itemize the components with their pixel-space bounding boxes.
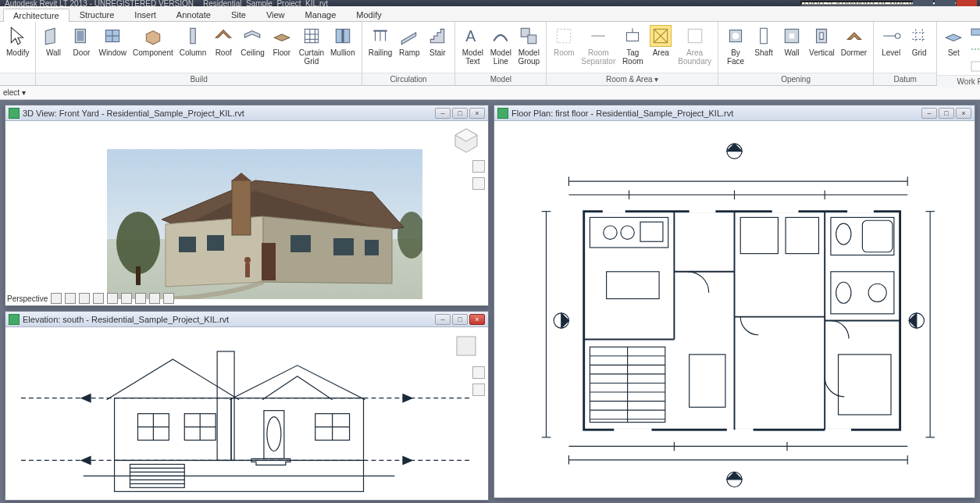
view-icon [9, 314, 20, 325]
tagroom-button[interactable]: Tag Room [618, 23, 647, 67]
maximize-button[interactable]: □ [939, 108, 954, 119]
svg-rect-139 [607, 272, 659, 299]
roof-button[interactable]: Roof [209, 23, 237, 59]
grid-button[interactable]: Grid [905, 23, 933, 59]
lock-icon[interactable] [135, 293, 146, 304]
close-button[interactable]: × [469, 108, 485, 119]
svg-rect-146 [740, 217, 778, 253]
render-icon[interactable] [93, 293, 104, 304]
panel-workplane: Set Show Ref Plane Viewer Work Plane [937, 22, 980, 85]
svg-rect-19 [528, 35, 536, 44]
tab-view[interactable]: View [256, 8, 295, 21]
window-3dview-title: 3D View: Front Yard - Residential_Sample… [23, 109, 432, 118]
minimize-button[interactable] [913, 0, 933, 6]
panel-label-roomarea[interactable]: Room & Area ▾ [547, 73, 718, 85]
canvas-elevation[interactable] [5, 327, 488, 500]
sunpath-icon[interactable] [65, 293, 76, 304]
close-button[interactable]: × [956, 108, 971, 119]
byface-button[interactable]: By Face [722, 23, 750, 67]
column-icon [182, 25, 204, 47]
maximize-button[interactable]: □ [452, 314, 468, 325]
crop-icon[interactable] [107, 293, 118, 304]
wall-button[interactable]: Wall [39, 23, 67, 59]
steering-wheel-button[interactable] [472, 160, 485, 173]
navcube[interactable] [452, 126, 480, 154]
show-button[interactable]: Show [967, 25, 980, 39]
level-button[interactable]: Level [877, 23, 905, 59]
svg-rect-71 [231, 398, 363, 461]
crop-region-icon[interactable] [121, 293, 132, 304]
areabound-button[interactable]: Area Boundary [675, 23, 715, 67]
svg-text:A: A [466, 27, 476, 45]
shaft-button[interactable]: Shaft [750, 23, 778, 59]
window-floorplan-titlebar[interactable]: Floor Plan: first floor - Residential_Sa… [494, 105, 975, 121]
component-button[interactable]: Component [130, 23, 176, 59]
minimize-button[interactable]: – [921, 108, 937, 119]
wall-icon [42, 25, 64, 47]
tab-manage[interactable]: Manage [295, 8, 347, 21]
panel-label-opening: Opening [718, 73, 873, 85]
curtaingrid-button[interactable]: Curtain Grid [296, 23, 327, 67]
minimize-button[interactable]: – [435, 314, 451, 325]
owall-button[interactable]: Wall [778, 23, 806, 59]
svg-rect-72 [217, 351, 234, 461]
tab-site[interactable]: Site [221, 8, 256, 21]
steering-wheel-button[interactable] [472, 366, 485, 379]
canvas-3dview[interactable]: Perspective [5, 121, 488, 305]
tab-structure[interactable]: Structure [69, 8, 125, 21]
tab-annotate[interactable]: Annotate [166, 8, 221, 21]
mullion-button[interactable]: Mullion [327, 23, 358, 59]
roomsep-button[interactable]: Room Separator [578, 23, 618, 67]
pan-button[interactable] [472, 383, 485, 396]
reveal-icon[interactable] [163, 293, 174, 304]
svg-rect-55 [262, 243, 276, 280]
svg-rect-143 [831, 272, 894, 314]
tab-insert[interactable]: Insert [124, 8, 166, 21]
minimize-button[interactable]: – [435, 108, 451, 119]
vertical-icon [811, 25, 832, 47]
modelline-button[interactable]: Model Line [486, 23, 515, 67]
canvas-floorplan[interactable] [494, 121, 975, 498]
window-3dview-titlebar[interactable]: 3D View: Front Yard - Residential_Sample… [5, 105, 488, 121]
room-button[interactable]: Room [550, 23, 578, 59]
visualstyle-icon[interactable] [51, 293, 62, 304]
set-button[interactable]: Set [940, 23, 967, 59]
modeltext-button[interactable]: AModel Text [458, 23, 486, 67]
navcube[interactable] [452, 332, 480, 360]
panel-label-build: Build [36, 73, 361, 85]
tagroom-icon [622, 25, 643, 47]
hide-icon[interactable] [149, 293, 160, 304]
ceiling-button[interactable]: Ceiling [237, 23, 268, 59]
maximize-button[interactable]: □ [452, 108, 468, 119]
window-controls [913, 0, 977, 6]
floor-button[interactable]: Floor [268, 23, 296, 59]
svg-marker-85 [402, 455, 413, 465]
app-title: Autodesk Revit LT 2013 - UNREGISTERED VE… [5, 0, 194, 6]
vertical-button[interactable]: Vertical [806, 23, 838, 59]
maximize-button[interactable] [935, 0, 955, 6]
railing-button[interactable]: Railing [365, 23, 396, 59]
door-button[interactable]: Door [67, 23, 95, 59]
ramp-button[interactable]: Ramp [395, 23, 423, 59]
stair-button[interactable]: Stair [423, 23, 451, 59]
modelgroup-button[interactable]: Model Group [515, 23, 543, 67]
modify-button[interactable]: Modify [3, 23, 32, 59]
tab-architecture[interactable]: Architecture [3, 9, 69, 22]
panel-label-circulation: Circulation [362, 73, 455, 85]
shadow-icon[interactable] [79, 293, 90, 304]
svg-rect-1 [77, 31, 84, 41]
select-dropdown[interactable]: elect ▾ [3, 88, 26, 97]
close-button[interactable]: × [469, 314, 485, 325]
window-elevation: Elevation: south - Residential_Sample_Pr… [5, 311, 489, 501]
window-button[interactable]: Window [95, 23, 130, 59]
close-button[interactable] [957, 0, 977, 6]
tab-modify[interactable]: Modify [346, 8, 391, 21]
viewer-button[interactable]: Viewer [967, 59, 980, 73]
svg-point-136 [604, 226, 617, 239]
window-elevation-titlebar[interactable]: Elevation: south - Residential_Sample_Pr… [5, 312, 488, 327]
pan-button[interactable] [472, 177, 485, 190]
column-button[interactable]: Column [176, 23, 209, 59]
svg-rect-51 [207, 235, 224, 251]
dormer-button[interactable]: Dormer [838, 23, 870, 59]
area-button[interactable]: Area [647, 23, 675, 59]
